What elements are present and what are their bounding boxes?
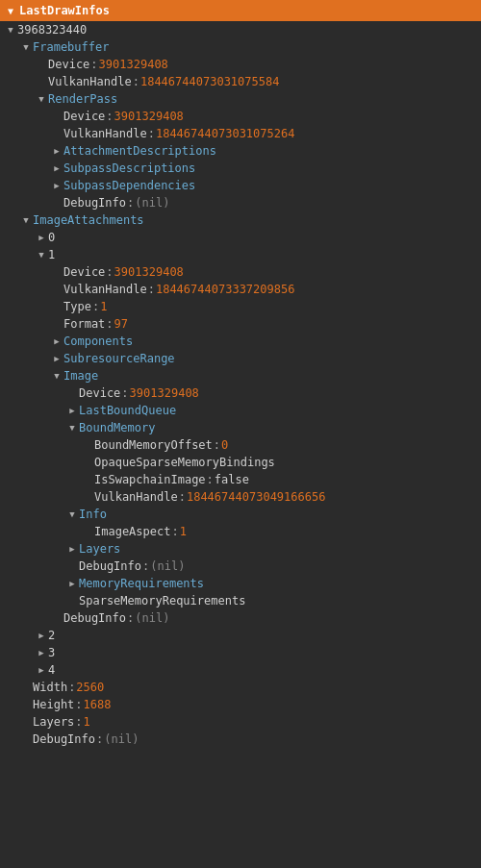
tree-arrow[interactable]: ▶ <box>50 354 63 363</box>
indent-spacer <box>0 542 65 556</box>
tree-arrow[interactable]: ▶ <box>50 181 63 190</box>
tree-arrow[interactable]: ▶ <box>35 233 48 242</box>
tree-row[interactable]: ▶2 <box>0 627 481 644</box>
tree-arrow[interactable]: ▶ <box>50 146 63 156</box>
tree-arrow[interactable]: ▼ <box>65 423 79 433</box>
tree-key: BoundMemory <box>79 421 155 434</box>
tree-value: (nil) <box>135 611 169 625</box>
tree-key: OpaqueSparseMemoryBindings <box>94 456 275 469</box>
colon-separator: : <box>92 300 99 313</box>
tree-value: 1 <box>100 300 107 313</box>
tree-row[interactable]: ▶MemoryRequirements <box>0 575 481 592</box>
tree-row[interactable]: ▼1 <box>0 246 481 263</box>
tree-row[interactable]: ▶4 <box>0 661 481 679</box>
tree-key: Image <box>63 369 98 383</box>
tree-row[interactable]: ▶SubresourceRange <box>0 350 481 367</box>
tree-row[interactable]: ▶AttachmentDescriptions <box>0 142 481 160</box>
tree-arrow[interactable]: ▼ <box>35 94 48 104</box>
tree-row: ImageAspect: 1 <box>0 523 481 540</box>
tree-row: Layers: 1 <box>0 713 481 731</box>
tree-arrow[interactable]: ▼ <box>19 215 33 225</box>
tree-key: SubpassDependencies <box>63 179 195 192</box>
tree-value: 3901329408 <box>114 265 184 279</box>
tree-row[interactable]: ▶0 <box>0 229 481 246</box>
tree-key: VulkanHandle <box>94 490 178 504</box>
tree-row: Width: 2560 <box>0 679 481 696</box>
tree-key: Format <box>63 317 105 331</box>
indent-spacer <box>0 283 50 296</box>
tree-row[interactable]: ▶3 <box>0 644 481 661</box>
indent-spacer <box>0 490 81 504</box>
tree-arrow[interactable]: ▶ <box>50 336 63 346</box>
tree-row[interactable]: ▼Info <box>0 506 481 523</box>
tree-arrow[interactable]: ▶ <box>50 163 63 173</box>
tree-value: 3901329408 <box>130 386 199 400</box>
indent-spacer <box>0 317 50 331</box>
tree-arrow[interactable]: ▼ <box>65 509 79 519</box>
tree-value: 2560 <box>76 681 104 694</box>
tree-key: BoundMemoryOffset <box>94 438 213 452</box>
tree-row[interactable]: ▼BoundMemory <box>0 419 481 436</box>
indent-spacer <box>0 698 19 711</box>
tree-row[interactable]: ▼ImageAttachments <box>0 211 481 229</box>
tree-value: false <box>215 473 249 486</box>
indent-spacer <box>0 196 50 210</box>
colon-separator: : <box>207 473 214 486</box>
tree-key: 3 <box>48 646 55 659</box>
tree-arrow[interactable]: ▼ <box>50 371 63 381</box>
tree-row[interactable]: ▶Components <box>0 333 481 350</box>
colon-separator: : <box>214 438 220 452</box>
indent-spacer <box>0 715 19 729</box>
tree-row: Height: 1688 <box>0 696 481 713</box>
tree-key: Device <box>63 265 105 279</box>
tree-row[interactable]: ▶SubpassDescriptions <box>0 160 481 177</box>
tree-arrow[interactable]: ▶ <box>65 406 79 415</box>
tree-key: 2 <box>48 629 55 642</box>
tree-key: Layers <box>33 715 74 729</box>
tree-row[interactable]: ▼Image <box>0 367 481 384</box>
tree-row: Device: 3901329408 <box>0 108 481 125</box>
tree-key: 3968323440 <box>17 23 87 37</box>
tree-key: LastBoundQueue <box>79 404 176 417</box>
colon-separator: : <box>68 681 75 694</box>
indent-spacer <box>0 179 50 192</box>
tree-key: Device <box>63 110 105 123</box>
tree-key: Type <box>63 300 91 313</box>
tree-arrow[interactable]: ▼ <box>4 25 17 35</box>
indent-spacer <box>0 110 50 123</box>
tree-key: Info <box>79 508 107 521</box>
tree-key: Framebuffer <box>33 40 109 54</box>
tree-row[interactable]: ▶Layers <box>0 540 481 558</box>
tree-key: SparseMemoryRequirements <box>79 594 245 608</box>
tree-row: Format: 97 <box>0 315 481 333</box>
tree-key: IsSwapchainImage <box>94 473 206 486</box>
indent-spacer <box>0 161 50 175</box>
tree-row: IsSwapchainImage: false <box>0 471 481 488</box>
tree-key: Components <box>63 335 133 348</box>
tree-row[interactable]: ▼3968323440 <box>0 21 481 38</box>
tree-value: 18446744073049166656 <box>187 490 326 504</box>
indent-spacer <box>0 369 50 383</box>
tree-row[interactable]: ▶SubpassDependencies <box>0 177 481 194</box>
tree-row[interactable]: ▼Framebuffer <box>0 38 481 56</box>
tree-row[interactable]: ▶LastBoundQueue <box>0 402 481 419</box>
tree-arrow[interactable]: ▶ <box>65 579 79 588</box>
tree-arrow[interactable]: ▼ <box>35 250 48 260</box>
tree-arrow[interactable]: ▶ <box>35 631 48 640</box>
tree-row: Device: 3901329408 <box>0 263 481 281</box>
tree-arrow[interactable]: ▼ <box>19 42 33 52</box>
tree-row: Device: 3901329408 <box>0 56 481 73</box>
tree-arrow[interactable]: ▶ <box>65 544 79 554</box>
tree-value: (nil) <box>104 732 139 746</box>
indent-spacer <box>0 456 81 469</box>
tree-arrow[interactable]: ▶ <box>35 665 48 675</box>
indent-spacer <box>0 144 50 158</box>
indent-spacer <box>0 438 81 452</box>
tree-arrow[interactable]: ▶ <box>35 648 48 657</box>
indent-spacer <box>0 352 50 365</box>
tree-row[interactable]: ▼RenderPass <box>0 90 481 108</box>
tree-row: OpaqueSparseMemoryBindings <box>0 454 481 471</box>
tree-row: DebugInfo: (nil) <box>0 731 481 748</box>
title-bar: ▼ LastDrawInfos <box>0 0 481 21</box>
colon-separator: : <box>106 265 113 279</box>
